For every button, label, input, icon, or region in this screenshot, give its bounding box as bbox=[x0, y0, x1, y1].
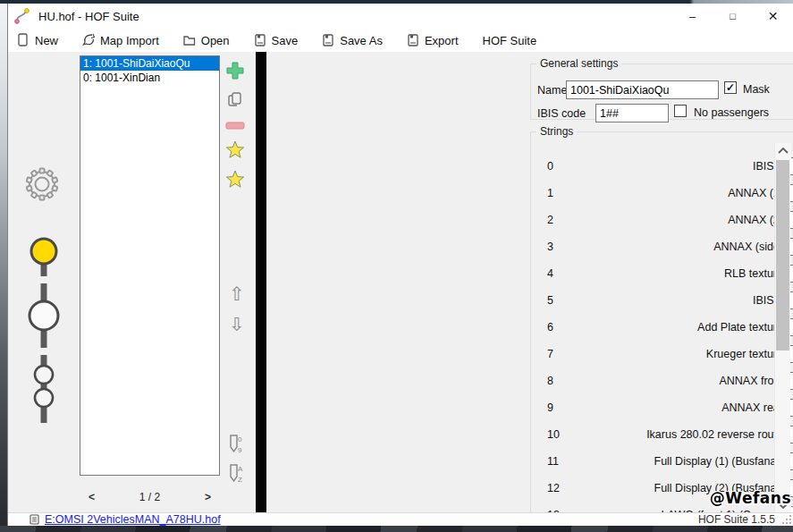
favorite-button-2[interactable] bbox=[224, 168, 247, 191]
string-label: Krueger texture bbox=[585, 348, 783, 360]
strings-scrollbar[interactable] bbox=[774, 143, 790, 512]
favorite-button-1[interactable] bbox=[224, 139, 247, 162]
sort-numeric-button[interactable]: 0 9 bbox=[224, 433, 247, 456]
string-label: ANNAX (side) bbox=[585, 241, 783, 253]
string-row-6: 6Add Plate texture bbox=[531, 318, 793, 338]
toolbar-button-save-as[interactable]: Save As bbox=[322, 33, 383, 47]
scrollbar-up-button[interactable] bbox=[775, 143, 791, 158]
ibis-code-label: IBIS code bbox=[537, 107, 586, 120]
string-index: 11 bbox=[547, 455, 559, 468]
add-entry-button[interactable] bbox=[224, 59, 247, 82]
toolbar-button-hof-suite[interactable]: HOF Suite bbox=[483, 34, 537, 47]
title-bar[interactable]: HU.hof - HOF Suite – □ ✕ bbox=[8, 4, 793, 29]
name-input[interactable] bbox=[566, 80, 719, 99]
string-index: 4 bbox=[547, 267, 553, 280]
close-button[interactable]: ✕ bbox=[753, 4, 793, 29]
name-label: Name bbox=[537, 84, 567, 97]
toolbar-button-label: Export bbox=[425, 34, 459, 47]
toolbar-button-new[interactable]: New bbox=[17, 33, 58, 47]
toolbar-button-label: HOF Suite bbox=[483, 34, 537, 47]
page-next-button[interactable]: > bbox=[205, 491, 211, 503]
string-label: Ikarus 280.02 reverse route bbox=[585, 428, 783, 441]
app-curve-icon bbox=[13, 7, 31, 25]
string-label: RLB texture bbox=[585, 267, 783, 280]
string-index: 12 bbox=[547, 482, 560, 494]
no-passengers-label: No passengers bbox=[694, 106, 769, 119]
page-prev-button[interactable]: < bbox=[89, 491, 95, 503]
toolbar-button-export[interactable]: Export bbox=[407, 33, 459, 47]
desktop-wallpaper-sliver bbox=[0, 0, 7, 532]
toolbar-button-map-import[interactable]: Map Import bbox=[82, 33, 159, 47]
resize-grip[interactable] bbox=[780, 513, 792, 525]
string-row-0: 0IBIS 1 bbox=[531, 157, 793, 177]
string-index: 1 bbox=[547, 187, 553, 199]
strings-group: Strings 0IBIS 11ANNAX (1)2ANNAX (2)3ANNA… bbox=[530, 125, 793, 512]
string-label: Full Display (1) (Busfanat) bbox=[585, 455, 783, 468]
maximize-button[interactable]: □ bbox=[713, 4, 753, 29]
save-as-icon bbox=[322, 33, 334, 47]
down-arrow-icon: ⇩ bbox=[229, 316, 245, 334]
general-settings-group: General settings Name ✓ Mask IBIS code ✓… bbox=[530, 57, 793, 120]
toolbar-button-save[interactable]: Save bbox=[254, 33, 299, 47]
window-title: HU.hof - HOF Suite bbox=[38, 10, 139, 23]
save-icon bbox=[254, 33, 266, 47]
hof-suite-window: HU.hof - HOF Suite – □ ✕ NewMap ImportOp… bbox=[7, 4, 793, 526]
string-label: Add Plate texture bbox=[585, 321, 783, 334]
string-index: 6 bbox=[547, 321, 553, 334]
version-label: HOF Suite 1.5.5 bbox=[698, 513, 775, 526]
svg-text:9: 9 bbox=[238, 446, 242, 454]
toolbar-button-label: New bbox=[35, 34, 58, 47]
string-index: 9 bbox=[547, 401, 553, 414]
page-navigation-track[interactable] bbox=[19, 235, 76, 432]
toolbar-button-open[interactable]: Open bbox=[183, 33, 230, 47]
star-icon bbox=[224, 139, 246, 161]
general-settings-legend: General settings bbox=[536, 57, 621, 70]
left-panel: 1: 1001-ShiDaiXiaoQu0: 1001-XinDian < 1 … bbox=[8, 52, 256, 512]
hof-file-link[interactable]: E:OMSI 2VehiclesMAN_A78HU.hof bbox=[45, 513, 221, 526]
status-bar: E:OMSI 2VehiclesMAN_A78HU.hof HOF Suite … bbox=[8, 512, 793, 526]
panel-splitter[interactable] bbox=[256, 52, 266, 512]
settings-gear-icon[interactable] bbox=[21, 163, 63, 206]
string-index: 7 bbox=[547, 348, 553, 360]
no-passengers-checkbox[interactable]: ✓ bbox=[674, 105, 687, 117]
settings-panel: General settings Name ✓ Mask IBIS code ✓… bbox=[266, 52, 793, 512]
scrollbar-thumb[interactable] bbox=[776, 160, 789, 350]
nav-node-small bbox=[35, 366, 53, 384]
string-label: IBIS 2 bbox=[585, 294, 783, 307]
toolbar-button-label: Save bbox=[272, 34, 299, 47]
hof-entry-list[interactable]: 1: 1001-ShiDaiXiaoQu0: 1001-XinDian bbox=[80, 55, 220, 476]
list-pagination: < 1 / 2 > bbox=[80, 491, 220, 503]
copy-icon bbox=[226, 90, 244, 108]
string-row-1: 1ANNAX (1) bbox=[531, 184, 793, 204]
mask-label: Mask bbox=[743, 83, 770, 96]
list-item[interactable]: 1: 1001-ShiDaiXiaoQu bbox=[80, 56, 219, 71]
chevron-up-icon bbox=[778, 148, 789, 155]
string-index: 3 bbox=[547, 241, 553, 253]
list-item[interactable]: 0: 1001-XinDian bbox=[80, 71, 219, 85]
remove-entry-button[interactable] bbox=[224, 114, 247, 138]
sort-alpha-button[interactable]: A Z bbox=[224, 462, 247, 486]
string-row-2: 2ANNAX (2) bbox=[531, 211, 793, 231]
move-down-button[interactable]: ⇩ bbox=[225, 313, 249, 336]
toolbar: NewMap ImportOpenSaveSave AsExportHOF Su… bbox=[8, 29, 793, 52]
minus-icon bbox=[225, 122, 245, 131]
export-icon bbox=[407, 33, 419, 47]
string-row-3: 3ANNAX (side) bbox=[531, 238, 793, 258]
mask-checkbox[interactable]: ✓ bbox=[724, 81, 737, 94]
plus-icon bbox=[225, 61, 245, 80]
star-icon bbox=[224, 169, 246, 190]
duplicate-entry-button[interactable] bbox=[224, 88, 247, 111]
ibis-code-input[interactable] bbox=[595, 104, 669, 122]
document-icon bbox=[30, 514, 39, 525]
sort-alpha-icon: A Z bbox=[225, 463, 245, 485]
move-up-button[interactable]: ⇧ bbox=[225, 283, 249, 306]
sort-numeric-icon: 0 9 bbox=[225, 434, 245, 455]
minimize-button[interactable]: – bbox=[672, 4, 713, 29]
string-index: 10 bbox=[547, 428, 560, 441]
string-index: 5 bbox=[547, 294, 553, 307]
string-index: 8 bbox=[547, 375, 553, 387]
toolbar-button-label: Map Import bbox=[100, 34, 159, 47]
map-import-icon bbox=[82, 33, 95, 47]
string-label: ANNAX (1) bbox=[585, 187, 783, 199]
desktop-wallpaper-sliver-bottom bbox=[0, 526, 793, 532]
